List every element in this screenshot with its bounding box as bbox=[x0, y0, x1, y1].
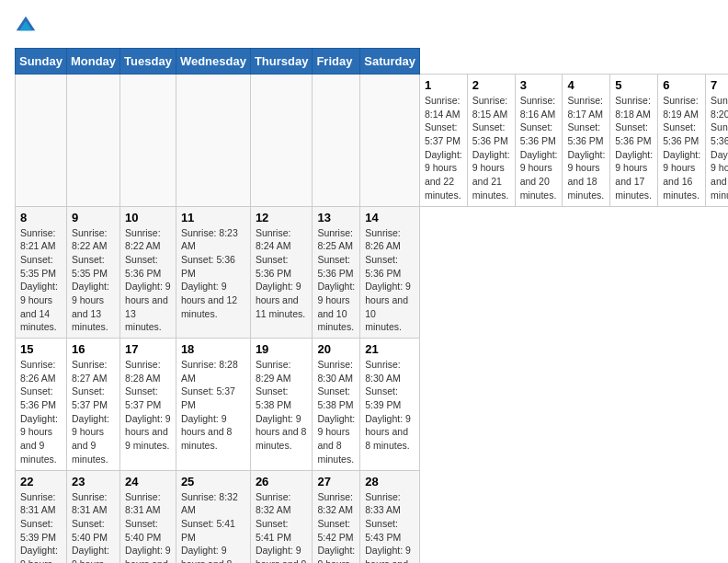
day-number: 27 bbox=[317, 475, 355, 488]
day-number: 24 bbox=[125, 475, 171, 488]
calendar-cell: 10 Sunrise: 8:22 AM Sunset: 5:36 PM Dayl… bbox=[120, 206, 176, 339]
calendar-cell: 17 Sunrise: 8:28 AM Sunset: 5:37 PM Dayl… bbox=[120, 339, 176, 471]
calendar-cell bbox=[66, 75, 119, 207]
day-number: 23 bbox=[72, 475, 115, 488]
calendar-cell: 1 Sunrise: 8:14 AM Sunset: 5:37 PM Dayli… bbox=[419, 75, 467, 207]
day-info: Sunrise: 8:28 AM Sunset: 5:37 PM Dayligh… bbox=[181, 358, 245, 453]
week-row-1: 8 Sunrise: 8:21 AM Sunset: 5:35 PM Dayli… bbox=[16, 206, 729, 339]
calendar-cell: 21 Sunrise: 8:30 AM Sunset: 5:39 PM Dayl… bbox=[360, 339, 420, 471]
day-info: Sunrise: 8:30 AM Sunset: 5:38 PM Dayligh… bbox=[317, 358, 355, 466]
day-number: 26 bbox=[256, 475, 308, 488]
day-number: 28 bbox=[365, 475, 415, 488]
day-number: 15 bbox=[20, 342, 62, 356]
day-info: Sunrise: 8:16 AM Sunset: 5:36 PM Dayligh… bbox=[520, 94, 558, 202]
day-info: Sunrise: 8:18 AM Sunset: 5:36 PM Dayligh… bbox=[615, 94, 653, 202]
day-info: Sunrise: 8:14 AM Sunset: 5:37 PM Dayligh… bbox=[425, 94, 462, 202]
day-number: 17 bbox=[125, 342, 171, 356]
days-header-row: SundayMondayTuesdayWednesdayThursdayFrid… bbox=[16, 49, 729, 75]
day-info: Sunrise: 8:29 AM Sunset: 5:38 PM Dayligh… bbox=[256, 358, 308, 453]
day-header-wednesday: Wednesday bbox=[176, 49, 250, 75]
day-number: 21 bbox=[365, 342, 415, 356]
day-info: Sunrise: 8:22 AM Sunset: 5:36 PM Dayligh… bbox=[125, 226, 171, 335]
calendar-cell bbox=[360, 75, 420, 207]
calendar-cell: 14 Sunrise: 8:26 AM Sunset: 5:36 PM Dayl… bbox=[360, 206, 420, 339]
calendar-cell: 19 Sunrise: 8:29 AM Sunset: 5:38 PM Dayl… bbox=[250, 339, 313, 471]
calendar-table: SundayMondayTuesdayWednesdayThursdayFrid… bbox=[15, 48, 728, 563]
day-number: 18 bbox=[181, 342, 245, 356]
calendar-cell bbox=[313, 75, 360, 207]
day-info: Sunrise: 8:31 AM Sunset: 5:40 PM Dayligh… bbox=[72, 490, 115, 564]
calendar-cell: 20 Sunrise: 8:30 AM Sunset: 5:38 PM Dayl… bbox=[313, 339, 360, 471]
day-number: 22 bbox=[20, 475, 62, 488]
day-info: Sunrise: 8:30 AM Sunset: 5:39 PM Dayligh… bbox=[365, 358, 415, 453]
calendar-cell: 6 Sunrise: 8:19 AM Sunset: 5:36 PM Dayli… bbox=[658, 75, 706, 207]
day-number: 9 bbox=[72, 211, 115, 224]
day-header-sunday: Sunday bbox=[16, 49, 67, 75]
logo bbox=[15, 15, 40, 37]
day-info: Sunrise: 8:32 AM Sunset: 5:41 PM Dayligh… bbox=[256, 490, 308, 564]
day-number: 5 bbox=[615, 78, 653, 92]
day-header-saturday: Saturday bbox=[360, 49, 420, 75]
calendar-cell: 26 Sunrise: 8:32 AM Sunset: 5:41 PM Dayl… bbox=[250, 470, 313, 563]
day-header-thursday: Thursday bbox=[250, 49, 313, 75]
calendar-cell: 13 Sunrise: 8:25 AM Sunset: 5:36 PM Dayl… bbox=[313, 206, 360, 339]
day-info: Sunrise: 8:31 AM Sunset: 5:40 PM Dayligh… bbox=[125, 490, 171, 564]
calendar-cell: 22 Sunrise: 8:31 AM Sunset: 5:39 PM Dayl… bbox=[16, 470, 67, 563]
calendar-cell bbox=[250, 75, 313, 207]
day-number: 13 bbox=[317, 211, 355, 224]
day-number: 2 bbox=[472, 78, 510, 92]
day-number: 25 bbox=[181, 475, 245, 488]
day-info: Sunrise: 8:26 AM Sunset: 5:36 PM Dayligh… bbox=[365, 226, 415, 335]
day-info: Sunrise: 8:28 AM Sunset: 5:37 PM Dayligh… bbox=[125, 358, 171, 453]
calendar-cell: 24 Sunrise: 8:31 AM Sunset: 5:40 PM Dayl… bbox=[120, 470, 176, 563]
day-number: 12 bbox=[256, 211, 308, 224]
calendar-cell: 4 Sunrise: 8:17 AM Sunset: 5:36 PM Dayli… bbox=[563, 75, 610, 207]
calendar-cell: 2 Sunrise: 8:15 AM Sunset: 5:36 PM Dayli… bbox=[467, 75, 515, 207]
day-header-monday: Monday bbox=[66, 49, 119, 75]
week-row-3: 22 Sunrise: 8:31 AM Sunset: 5:39 PM Dayl… bbox=[16, 470, 729, 563]
day-number: 10 bbox=[125, 211, 171, 224]
calendar-cell: 18 Sunrise: 8:28 AM Sunset: 5:37 PM Dayl… bbox=[176, 339, 250, 471]
calendar-cell: 7 Sunrise: 8:20 AM Sunset: 5:36 PM Dayli… bbox=[706, 75, 728, 207]
calendar-body: 1 Sunrise: 8:14 AM Sunset: 5:37 PM Dayli… bbox=[16, 75, 729, 564]
calendar-cell: 16 Sunrise: 8:27 AM Sunset: 5:37 PM Dayl… bbox=[66, 339, 119, 471]
calendar-cell: 15 Sunrise: 8:26 AM Sunset: 5:36 PM Dayl… bbox=[16, 339, 67, 471]
calendar-cell: 28 Sunrise: 8:33 AM Sunset: 5:43 PM Dayl… bbox=[360, 470, 420, 563]
calendar-cell: 25 Sunrise: 8:32 AM Sunset: 5:41 PM Dayl… bbox=[176, 470, 250, 563]
day-header-tuesday: Tuesday bbox=[120, 49, 176, 75]
calendar-cell: 3 Sunrise: 8:16 AM Sunset: 5:36 PM Dayli… bbox=[515, 75, 563, 207]
day-info: Sunrise: 8:33 AM Sunset: 5:43 PM Dayligh… bbox=[365, 490, 415, 564]
calendar-cell bbox=[120, 75, 176, 207]
day-number: 3 bbox=[520, 78, 558, 92]
day-info: Sunrise: 8:27 AM Sunset: 5:37 PM Dayligh… bbox=[72, 358, 115, 466]
calendar-cell: 23 Sunrise: 8:31 AM Sunset: 5:40 PM Dayl… bbox=[66, 470, 119, 563]
day-number: 6 bbox=[663, 78, 700, 92]
day-info: Sunrise: 8:31 AM Sunset: 5:39 PM Dayligh… bbox=[20, 490, 62, 564]
day-info: Sunrise: 8:23 AM Sunset: 5:36 PM Dayligh… bbox=[181, 226, 245, 321]
calendar-cell: 12 Sunrise: 8:24 AM Sunset: 5:36 PM Dayl… bbox=[250, 206, 313, 339]
calendar-cell bbox=[16, 75, 67, 207]
day-number: 4 bbox=[567, 78, 605, 92]
day-info: Sunrise: 8:26 AM Sunset: 5:36 PM Dayligh… bbox=[20, 358, 62, 466]
header bbox=[15, 15, 713, 37]
day-number: 11 bbox=[181, 211, 245, 224]
day-info: Sunrise: 8:22 AM Sunset: 5:35 PM Dayligh… bbox=[72, 226, 115, 335]
calendar-cell bbox=[176, 75, 250, 207]
day-info: Sunrise: 8:21 AM Sunset: 5:35 PM Dayligh… bbox=[20, 226, 62, 335]
day-info: Sunrise: 8:32 AM Sunset: 5:42 PM Dayligh… bbox=[317, 490, 355, 564]
day-info: Sunrise: 8:17 AM Sunset: 5:36 PM Dayligh… bbox=[567, 94, 605, 202]
day-info: Sunrise: 8:20 AM Sunset: 5:36 PM Dayligh… bbox=[711, 94, 728, 202]
day-number: 7 bbox=[711, 78, 728, 92]
week-row-2: 15 Sunrise: 8:26 AM Sunset: 5:36 PM Dayl… bbox=[16, 339, 729, 471]
day-number: 19 bbox=[256, 342, 308, 356]
logo-icon bbox=[15, 15, 37, 37]
calendar-cell: 11 Sunrise: 8:23 AM Sunset: 5:36 PM Dayl… bbox=[176, 206, 250, 339]
calendar-cell: 5 Sunrise: 8:18 AM Sunset: 5:36 PM Dayli… bbox=[610, 75, 658, 207]
day-info: Sunrise: 8:25 AM Sunset: 5:36 PM Dayligh… bbox=[317, 226, 355, 335]
day-number: 20 bbox=[317, 342, 355, 356]
day-number: 8 bbox=[20, 211, 62, 224]
day-number: 14 bbox=[365, 211, 415, 224]
day-info: Sunrise: 8:24 AM Sunset: 5:36 PM Dayligh… bbox=[256, 226, 308, 321]
day-number: 1 bbox=[425, 78, 462, 92]
day-info: Sunrise: 8:15 AM Sunset: 5:36 PM Dayligh… bbox=[472, 94, 510, 202]
